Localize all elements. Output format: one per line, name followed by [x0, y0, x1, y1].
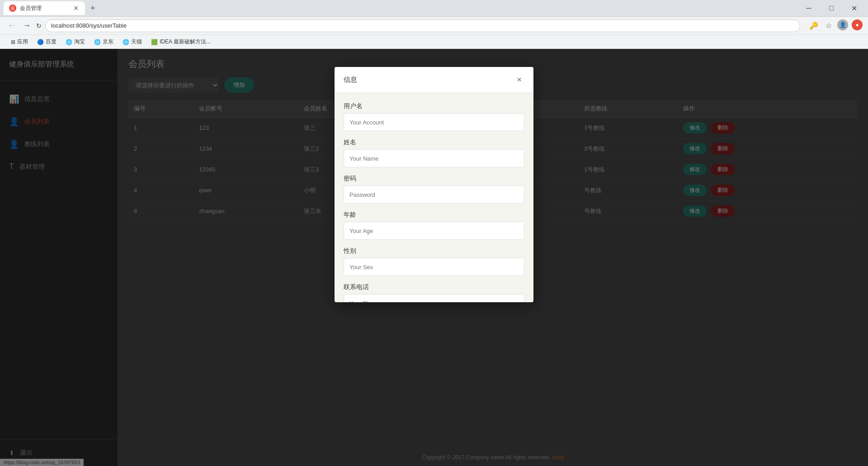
tab-close-icon[interactable]: ✕ [72, 4, 80, 13]
form-group-2: 密码 [344, 175, 524, 204]
form-label-1: 姓名 [344, 138, 524, 147]
address-bar[interactable]: localhost:8080/sys/userTable [45, 19, 800, 32]
extension-icon[interactable]: ● [852, 19, 863, 30]
form-input-0[interactable] [344, 113, 524, 131]
bookmark-tianmao[interactable]: 🌐 天猫 [119, 37, 146, 47]
modal-dialog: 信息 × 用户名 姓名 密码 年龄 性别 联系电话 [335, 67, 533, 302]
browser-tab[interactable]: 会 会员管理 ✕ [4, 1, 85, 15]
app-container: 健身俱乐部管理系统 📊 信息总览 👤 会员列表 👤 教练列表 T 器材管理 ⬆ [0, 49, 868, 466]
form-label-0: 用户名 [344, 102, 524, 110]
baidu-icon: 🔵 [37, 39, 44, 45]
form-label-3: 年龄 [344, 211, 524, 219]
form-label-4: 性别 [344, 247, 524, 255]
bookmark-jd[interactable]: 🌐 京东 [90, 37, 117, 47]
bookmark-apps[interactable]: ⊞ 应用 [7, 37, 32, 47]
minimize-button[interactable]: ─ [798, 0, 819, 16]
form-group-4: 性别 [344, 247, 524, 276]
form-input-4[interactable] [344, 258, 524, 276]
bookmark-taobao[interactable]: 🌐 淘宝 [62, 37, 89, 47]
reload-button[interactable]: ↻ [36, 22, 42, 29]
profile-avatar[interactable]: 👤 [837, 19, 848, 30]
form-input-2[interactable] [344, 185, 524, 204]
bookmark-idea-label: IDEA 最新破解方法... [160, 38, 211, 46]
form-group-5: 联系电话 [344, 283, 524, 302]
bookmark-idea[interactable]: 🟩 IDEA 最新破解方法... [147, 37, 214, 47]
key-icon[interactable]: 🔑 [807, 19, 820, 32]
jd-icon: 🌐 [94, 39, 101, 45]
bookmark-baidu-label: 百度 [46, 38, 57, 46]
bookmark-baidu[interactable]: 🔵 百度 [33, 37, 60, 47]
bookmark-jd-label: 京东 [103, 38, 113, 46]
form-input-5[interactable] [344, 294, 524, 302]
bookmark-apps-label: 应用 [17, 38, 28, 46]
url-text: localhost:8080/sys/userTable [51, 22, 127, 29]
tab-favicon: 会 [9, 5, 16, 12]
browser-toolbar: ← → ↻ localhost:8080/sys/userTable 🔑 ☆ 👤… [0, 16, 868, 34]
close-button[interactable]: ✕ [844, 0, 864, 16]
maximize-button[interactable]: □ [821, 0, 842, 16]
form-group-3: 年龄 [344, 211, 524, 240]
idea-icon: 🟩 [151, 39, 158, 45]
modal-overlay: 信息 × 用户名 姓名 密码 年龄 性别 联系电话 [0, 49, 868, 466]
apps-icon: ⊞ [11, 39, 15, 45]
tab-title: 会员管理 [20, 5, 69, 12]
back-button[interactable]: ← [5, 19, 17, 32]
form-group-1: 姓名 [344, 138, 524, 167]
modal-header: 信息 × [335, 67, 533, 93]
bookmark-tianmao-label: 天猫 [131, 38, 142, 46]
form-input-1[interactable] [344, 149, 524, 167]
taobao-icon: 🌐 [66, 39, 72, 45]
form-group-0: 用户名 [344, 102, 524, 131]
forward-button[interactable]: → [21, 19, 33, 32]
form-input-3[interactable] [344, 222, 524, 240]
modal-body: 用户名 姓名 密码 年龄 性别 联系电话 [335, 93, 533, 302]
browser-titlebar: 会 会员管理 ✕ + ─ □ ✕ [0, 0, 868, 16]
window-controls: ─ □ ✕ [798, 0, 864, 16]
modal-title: 信息 [344, 76, 357, 84]
modal-close-button[interactable]: × [514, 74, 524, 86]
browser-chrome: 会 会员管理 ✕ + ─ □ ✕ ← → ↻ localhost:8080/sy… [0, 0, 868, 49]
star-icon[interactable]: ☆ [824, 19, 834, 32]
form-label-5: 联系电话 [344, 283, 524, 291]
bookmarks-bar: ⊞ 应用 🔵 百度 🌐 淘宝 🌐 京东 🌐 天猫 🟩 IDEA 最新破解方法..… [0, 34, 868, 49]
tianmao-icon: 🌐 [123, 39, 129, 45]
toolbar-icons: 🔑 ☆ 👤 ● [807, 19, 863, 32]
bookmark-taobao-label: 淘宝 [74, 38, 85, 46]
form-label-2: 密码 [344, 175, 524, 183]
new-tab-button[interactable]: + [87, 2, 99, 15]
